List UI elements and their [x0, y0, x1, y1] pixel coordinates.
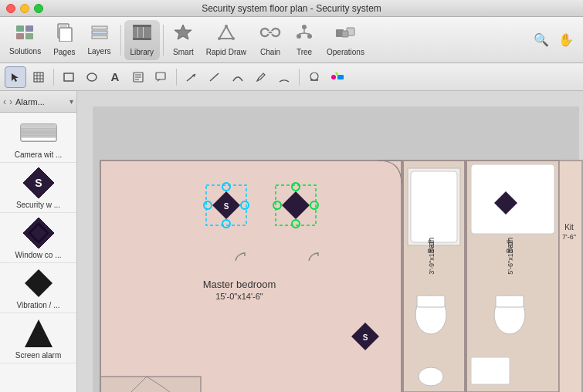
canvas[interactable]: CL Master bedroom 15'-0"x14'-6" Bath 3'-… — [77, 91, 583, 392]
svg-rect-34 — [342, 31, 348, 37]
svg-rect-88 — [496, 296, 524, 307]
table-tool[interactable] — [28, 66, 49, 88]
svg-rect-91 — [559, 161, 582, 392]
svg-rect-3 — [25, 33, 33, 39]
traffic-lights — [6, 4, 43, 13]
vibration-label: Vibration / ... — [4, 301, 73, 309]
draw-sep-2 — [176, 69, 177, 86]
rapid-draw-icon — [216, 23, 236, 46]
toolbar-library[interactable]: Library — [124, 20, 161, 60]
svg-rect-9 — [92, 26, 107, 29]
pan-button[interactable]: ✋ — [555, 29, 577, 51]
sidebar-item-camera[interactable]: Camera wit ... — [0, 113, 76, 163]
svg-rect-46 — [156, 73, 165, 79]
svg-rect-5 — [59, 25, 67, 27]
svg-rect-63 — [20, 130, 56, 132]
svg-text:S: S — [224, 202, 229, 211]
note-tool[interactable] — [127, 66, 149, 88]
svg-rect-8 — [59, 28, 72, 42]
maximize-button[interactable] — [34, 4, 43, 13]
svg-rect-12 — [133, 26, 137, 39]
svg-rect-14 — [144, 26, 148, 39]
svg-rect-60 — [20, 124, 56, 128]
svg-rect-57 — [337, 75, 344, 79]
arc-tool[interactable] — [273, 66, 295, 88]
callout-tool[interactable] — [151, 66, 172, 88]
smart-icon — [173, 23, 193, 46]
close-button[interactable] — [6, 4, 15, 13]
svg-rect-61 — [20, 128, 56, 130]
svg-rect-11 — [92, 35, 107, 39]
svg-text:7'-6": 7'-6" — [562, 233, 576, 241]
svg-text:Kit: Kit — [564, 223, 574, 231]
svg-rect-10 — [92, 31, 107, 34]
svg-line-31 — [304, 33, 310, 34]
library-icon — [131, 23, 153, 46]
ellipse-tool[interactable] — [81, 66, 103, 88]
sidebar-item-vibration[interactable]: Vibration / ... — [0, 263, 76, 313]
toolbar-smart[interactable]: Smart — [167, 20, 200, 60]
toolbar-solutions[interactable]: Solutions — [3, 20, 47, 60]
svg-rect-81 — [411, 171, 457, 242]
breadcrumb-text: Alarm... — [15, 97, 66, 106]
draw-sep-1 — [53, 69, 54, 86]
search-button[interactable]: 🔍 — [530, 29, 552, 51]
svg-rect-62 — [20, 129, 56, 130]
vibration-shape — [19, 268, 58, 299]
svg-rect-16 — [133, 25, 151, 27]
svg-marker-74 — [25, 319, 53, 347]
svg-rect-89 — [471, 357, 510, 384]
sidebar-item-screen-alarm[interactable]: Screen alarm — [0, 313, 76, 363]
security-shape: S — [19, 167, 58, 198]
sidebar-item-window[interactable]: Window co ... — [0, 213, 76, 263]
chain-label: Chain — [260, 48, 280, 56]
svg-rect-35 — [34, 73, 43, 82]
svg-text:15'-0"x14'-6": 15'-0"x14'-6" — [215, 292, 263, 301]
breadcrumb-down-icon[interactable]: ▾ — [69, 97, 73, 106]
security-label: Security w ... — [4, 201, 73, 209]
toolbar-pages[interactable]: Pages — [47, 20, 81, 60]
curve-tool[interactable] — [227, 66, 249, 88]
select-tool[interactable] — [5, 66, 26, 88]
svg-point-41 — [87, 73, 97, 81]
svg-rect-67 — [20, 137, 56, 138]
svg-line-30 — [299, 33, 304, 34]
chain-icon — [259, 23, 282, 46]
format-tool[interactable] — [327, 66, 348, 88]
screen-alarm-shape — [19, 318, 58, 349]
svg-point-20 — [218, 37, 221, 40]
nav-forward[interactable]: › — [9, 96, 12, 107]
sidebar-item-security[interactable]: S Security w ... — [0, 163, 76, 213]
window-shape — [19, 218, 58, 248]
stamp-tool[interactable] — [303, 66, 325, 88]
toolbar-rapid-draw[interactable]: Rapid Draw — [200, 20, 253, 60]
nav-back[interactable]: ‹ — [3, 96, 6, 107]
svg-rect-0 — [16, 25, 24, 32]
minimize-button[interactable] — [20, 4, 29, 13]
svg-text:5'-6"x13'-0": 5'-6"x13'-0" — [507, 239, 514, 274]
solutions-label: Solutions — [9, 47, 41, 56]
toolbar-layers[interactable]: Layers — [82, 20, 117, 60]
pen-tool[interactable] — [250, 66, 272, 88]
tree-icon — [294, 23, 314, 46]
titlebar: Security system floor plan - Security sy… — [0, 0, 583, 17]
toolbar-tree[interactable]: Tree — [288, 20, 320, 60]
line-tool[interactable] — [204, 66, 225, 88]
svg-rect-40 — [64, 73, 73, 81]
svg-point-84 — [419, 367, 443, 386]
svg-marker-18 — [175, 25, 192, 39]
arrow-tool[interactable] — [181, 66, 202, 88]
svg-point-19 — [225, 25, 228, 28]
toolbar-chain[interactable]: Chain — [253, 20, 288, 60]
svg-point-27 — [297, 34, 301, 39]
drawing-toolbar: A — [0, 63, 583, 91]
svg-marker-73 — [25, 269, 53, 297]
library-label: Library — [130, 48, 154, 56]
rect-tool[interactable] — [58, 66, 80, 88]
text-tool[interactable]: A — [104, 66, 126, 88]
svg-rect-66 — [20, 135, 56, 137]
operations-icon — [334, 23, 356, 46]
toolbar-operations[interactable]: Operations — [320, 20, 371, 60]
pages-icon — [56, 23, 73, 46]
pages-label: Pages — [53, 48, 75, 56]
